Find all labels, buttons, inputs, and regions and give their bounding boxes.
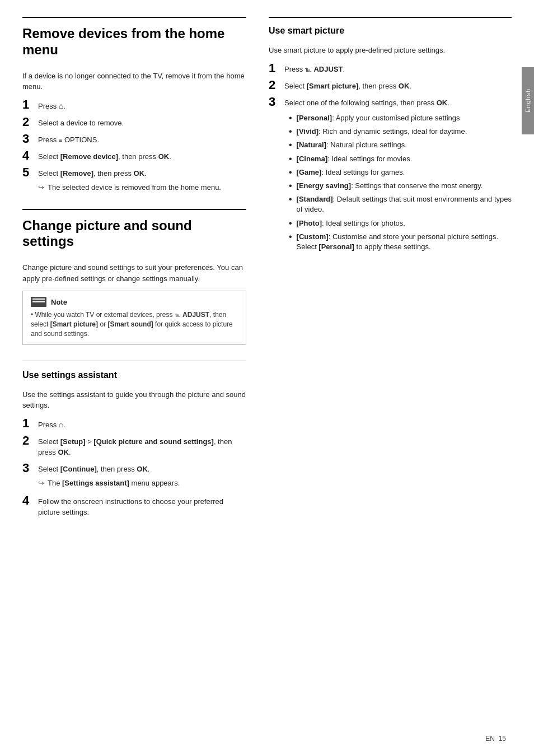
note-icon-graphic xyxy=(31,297,46,307)
settings-arrow-text: The [Settings assistant] menu appears. xyxy=(48,478,180,488)
adjust-icon: ℡ xyxy=(305,66,312,73)
section-divider xyxy=(22,361,246,361)
note-header: Note xyxy=(31,297,238,307)
list-item: • [Energy saving]: Settings that conserv… xyxy=(289,181,512,191)
step-item: 2 Select a device to remove. xyxy=(22,115,246,129)
settings-arrow-note: ↪ The [Settings assistant] menu appears. xyxy=(38,478,246,488)
settings-assistant-steps: 1 Press ⌂. 2 Select [Setup] > [Quick pic… xyxy=(22,417,246,475)
option-text: [Cinema]: Ideal settings for movies. xyxy=(297,154,413,164)
step-item: 4 Select [Remove device], then press OK. xyxy=(22,149,246,162)
change-picture-section: Change picture and sound settings Change… xyxy=(22,209,246,345)
option-text: [Natural]: Natural picture settings. xyxy=(297,140,407,150)
bullet-dot: • xyxy=(289,154,292,164)
change-picture-intro: Change picture and sound settings to sui… xyxy=(22,262,246,284)
list-item: • [Game]: Ideal settings for games. xyxy=(289,167,512,178)
arrow-symbol: ↪ xyxy=(38,478,44,488)
page-number: 15 xyxy=(499,735,506,743)
step-item: 5 Select [Remove], then press OK. xyxy=(22,166,246,179)
remove-arrow-text: The selected device is removed from the … xyxy=(48,183,221,193)
step-number: 3 xyxy=(22,461,38,475)
step-number: 3 xyxy=(22,132,38,146)
smart-picture-steps: 1 Press ℡ ADJUST. 2 Select [Smart pictur… xyxy=(269,62,512,109)
remove-devices-intro: If a device is no longer connected to th… xyxy=(22,71,246,92)
bullet-dot: • xyxy=(289,113,292,123)
list-item: • [Custom]: Customise and store your per… xyxy=(289,232,512,252)
step-text: Select [Remove device], then press OK. xyxy=(38,149,246,162)
page-label: EN xyxy=(485,735,495,743)
main-content: Remove devices from the home menu If a d… xyxy=(22,17,512,734)
note-text: • While you watch TV or external devices… xyxy=(31,310,238,338)
language-label: English xyxy=(524,88,531,113)
smart-picture-intro: Use smart picture to apply pre-defined p… xyxy=(269,45,512,56)
bullet-dot: • xyxy=(289,140,292,150)
step-text: Select one of the following settings, th… xyxy=(284,95,512,109)
settings-assistant-title: Use settings assistant xyxy=(22,370,246,384)
step-item: 3 Press ≡ OPTIONS. xyxy=(22,132,246,146)
bullet-dot: • xyxy=(289,181,292,191)
step-item: 2 Select [Setup] > [Quick picture and so… xyxy=(22,434,246,458)
bullet-dot: • xyxy=(289,218,292,228)
bullet-dot: • xyxy=(289,232,292,242)
settings-assistant-step4: 4 Follow the onscreen instructions to ch… xyxy=(22,494,246,518)
option-text: [Photo]: Ideal settings for photos. xyxy=(297,218,405,228)
bullet-dot: • xyxy=(289,167,292,178)
step-text: Follow the onscreen instructions to choo… xyxy=(38,494,246,518)
step-number: 5 xyxy=(22,166,38,179)
list-item: • [Standard]: Default settings that suit… xyxy=(289,194,512,214)
home-icon: ⌂ xyxy=(59,100,63,112)
step-item: 1 Press ⌂. xyxy=(22,98,246,112)
option-text: [Standard]: Default settings that suit m… xyxy=(297,194,512,214)
step-text: Press ⌂. xyxy=(38,98,246,112)
remove-arrow-note: ↪ The selected device is removed from th… xyxy=(38,183,246,193)
step-item: 4 Follow the onscreen instructions to ch… xyxy=(22,494,246,518)
list-item: • [Natural]: Natural picture settings. xyxy=(289,140,512,150)
option-text: [Custom]: Customise and store your perso… xyxy=(297,232,512,252)
step-text: Select [Remove], then press OK. xyxy=(38,166,246,179)
step-number: 2 xyxy=(269,78,284,92)
smart-picture-options: • [Personal]: Apply your customised pict… xyxy=(289,113,512,252)
arrow-symbol: ↪ xyxy=(38,183,44,193)
list-item: • [Cinema]: Ideal settings for movies. xyxy=(289,154,512,164)
settings-assistant-section: Use settings assistant Use the settings … xyxy=(22,361,246,518)
step-text: Press ⌂. xyxy=(38,417,246,431)
step-number: 3 xyxy=(269,95,284,109)
page-footer: EN 15 xyxy=(485,735,506,743)
note-label: Note xyxy=(51,298,67,306)
step-number: 2 xyxy=(22,115,38,129)
step-item: 1 Press ⌂. xyxy=(22,417,246,431)
smart-picture-title: Use smart picture xyxy=(269,26,512,39)
step-number: 1 xyxy=(22,98,38,111)
step-number: 4 xyxy=(22,494,38,507)
step-item: 1 Press ℡ ADJUST. xyxy=(269,62,512,75)
option-text: [Vivid]: Rich and dynamic settings, idea… xyxy=(297,127,467,137)
step-number: 1 xyxy=(269,62,284,75)
note-text-part1: • While you watch TV or external devices… xyxy=(31,311,233,338)
step-text: Select [Smart picture], then press OK. xyxy=(284,78,512,92)
step-text: Select [Continue], then press OK. xyxy=(38,461,246,475)
option-text: [Energy saving]: Settings that conserve … xyxy=(297,181,483,191)
home-icon: ⌂ xyxy=(59,419,63,431)
step-text: Select [Setup] > [Quick picture and soun… xyxy=(38,434,246,458)
language-tab: English xyxy=(522,67,534,134)
step-item: 2 Select [Smart picture], then press OK. xyxy=(269,78,512,92)
step-number: 2 xyxy=(22,434,38,447)
list-item: • [Personal]: Apply your customised pict… xyxy=(289,113,512,123)
smart-picture-section: Use smart picture Use smart picture to a… xyxy=(269,17,512,252)
step-item: 3 Select one of the following settings, … xyxy=(269,95,512,109)
bullet-dot: • xyxy=(289,127,292,137)
step-number: 1 xyxy=(22,417,38,430)
option-text: [Game]: Ideal settings for games. xyxy=(297,167,405,178)
right-column: Use smart picture Use smart picture to a… xyxy=(263,17,512,734)
adjust-icon: ℡ xyxy=(175,312,181,318)
step-text: Select a device to remove. xyxy=(38,115,246,129)
list-item: • [Vivid]: Rich and dynamic settings, id… xyxy=(289,127,512,137)
remove-devices-section: Remove devices from the home menu If a d… xyxy=(22,17,246,193)
bullet-dot: • xyxy=(289,194,292,204)
settings-assistant-intro: Use the settings assistant to guide you … xyxy=(22,389,246,411)
step-text: Press ≡ OPTIONS. xyxy=(38,132,246,146)
remove-devices-title: Remove devices from the home menu xyxy=(22,26,246,63)
page: English Remove devices from the home men… xyxy=(0,0,534,756)
change-picture-title: Change picture and sound settings xyxy=(22,218,246,255)
note-box: Note • While you watch TV or external de… xyxy=(22,291,246,344)
step-text: Press ℡ ADJUST. xyxy=(284,62,512,75)
